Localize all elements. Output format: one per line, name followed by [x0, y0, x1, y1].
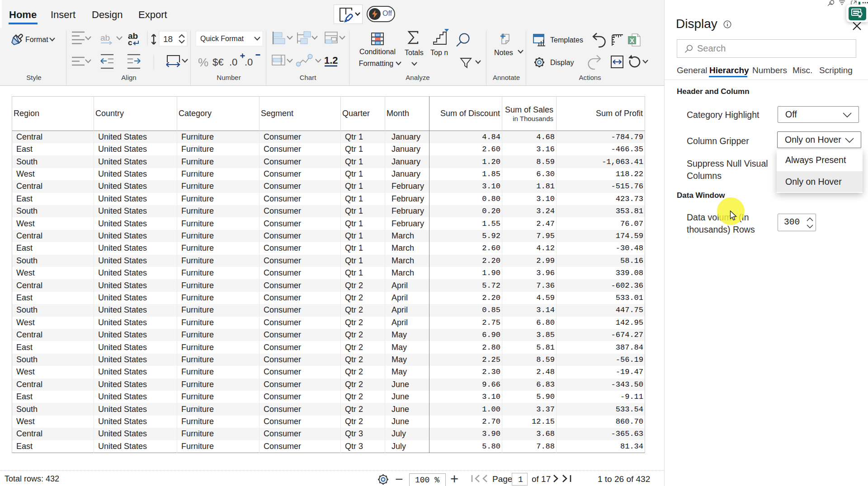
svg-text:%: %	[198, 56, 208, 69]
svg-text:c: c	[128, 38, 132, 47]
svg-text:X: X	[630, 37, 634, 44]
svg-text:$€: $€	[212, 56, 223, 68]
svg-text:1.2: 1.2	[324, 55, 338, 66]
svg-text:.0: .0	[229, 56, 237, 68]
svg-text:.0: .0	[245, 56, 253, 68]
svg-text:18: 18	[163, 34, 173, 44]
svg-text:ab: ab	[100, 33, 110, 42]
